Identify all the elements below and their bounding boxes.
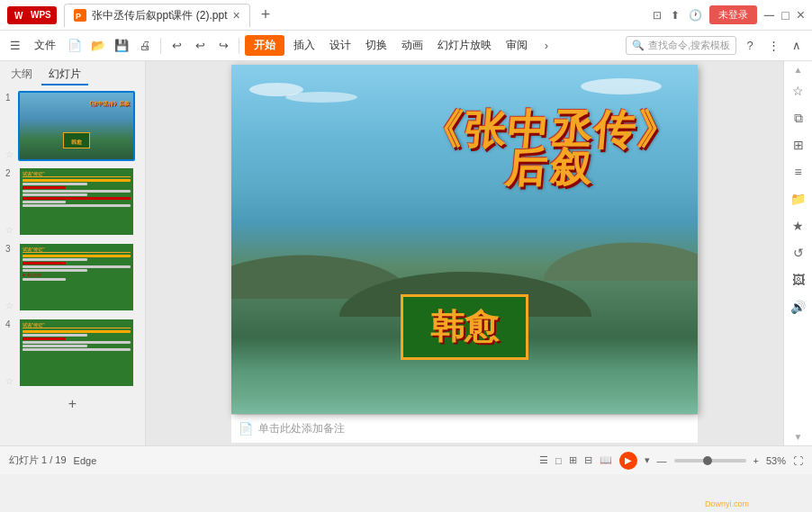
slide-img-2[interactable]: 试说"传记" (18, 166, 135, 237)
slideshow-menu[interactable]: 幻灯片放映 (432, 35, 497, 56)
status-bar: 幻灯片 1 / 19 Edge ☰ □ ⊞ ⊟ 📖 ▶ ▾ — + 53% ⛶ … (0, 445, 812, 474)
slide4-content: 试说"传记" (20, 319, 133, 355)
history-icon[interactable]: 🕐 (689, 9, 702, 22)
rs-image-icon[interactable]: 🖼 (788, 269, 809, 291)
save-icon[interactable]: 💾 (112, 36, 131, 56)
min-button[interactable]: ─ (764, 7, 774, 23)
outline-tab[interactable]: 大纲 (4, 65, 40, 85)
share-icon[interactable]: ⬆ (671, 9, 680, 22)
slide-num-2: 2 (5, 168, 11, 178)
right-sidebar: ▲ ☆ ⧉ ⊞ ≡ 📁 ★ ↺ 🖼 🔊 ▼ (783, 61, 812, 445)
collapse-icon[interactable]: ∧ (787, 36, 807, 56)
max-button[interactable]: □ (781, 8, 789, 22)
rs-align-icon[interactable]: ≡ (788, 161, 809, 183)
slide-thumb-4[interactable]: 4 ☆ 试说"传记" (18, 318, 141, 388)
slides-tab[interactable]: 幻灯片 (41, 65, 88, 85)
review-menu[interactable]: 审阅 (501, 35, 533, 56)
slide-num-3: 3 (5, 244, 11, 254)
close-button[interactable]: × (797, 7, 805, 23)
slide-info: 幻灯片 1 / 19 (9, 454, 67, 467)
line8 (23, 204, 131, 207)
view-grid-icon[interactable]: ⊞ (569, 454, 577, 466)
slide1-thumb-author-box: 韩愈 (63, 132, 90, 148)
view-split-icon[interactable]: ⊟ (584, 454, 592, 466)
slide-img-3[interactable]: 试说"传记" ▶ 重点内容 (18, 242, 135, 312)
line6 (23, 197, 131, 200)
begin-button[interactable]: 开始 (245, 35, 284, 56)
play-dropdown[interactable]: ▾ (645, 454, 650, 466)
view-reading-icon[interactable]: 📖 (600, 454, 612, 466)
rs-folder-icon[interactable]: 📁 (788, 188, 809, 210)
slide2-bg: 试说"传记" (20, 168, 133, 235)
transition-menu[interactable]: 切换 (360, 35, 392, 56)
view-normal-icon[interactable]: □ (555, 455, 562, 466)
help-icon[interactable]: ? (740, 36, 760, 56)
restore-icon[interactable]: ⊡ (653, 9, 662, 22)
toolbar: ☰ 文件 📄 📂 💾 🖨 ↩ ↩ ↪ 开始 插入 设计 切换 动画 幻灯片放映 … (0, 31, 812, 61)
fullscreen-icon[interactable]: ⛶ (793, 455, 803, 466)
view-outline-icon[interactable]: ☰ (539, 454, 548, 466)
menu-icon[interactable]: ☰ (5, 36, 25, 56)
slide-thumb-3[interactable]: 3 ☆ 试说"传记" ▶ 重点内容 (18, 242, 141, 312)
file-menu[interactable]: 文件 (29, 35, 61, 56)
add-tab-button[interactable]: + (252, 2, 280, 28)
scrollbar-down[interactable]: ▼ (794, 432, 803, 442)
rs-layout-icon[interactable]: ⊞ (788, 134, 809, 156)
close-tab-button[interactable]: × (232, 8, 239, 22)
more-icon[interactable]: ⋮ (763, 36, 783, 56)
rs-bookmark-icon[interactable]: ★ (788, 215, 809, 237)
wps-logo-icon: W (13, 8, 27, 22)
rs-refresh-icon[interactable]: ↺ (788, 242, 809, 264)
insert-menu[interactable]: 插入 (288, 35, 320, 56)
scrollbar-up[interactable]: ▲ (794, 65, 803, 75)
zoom-slider[interactable] (674, 459, 746, 463)
print-icon[interactable]: 🖨 (135, 36, 155, 56)
new-icon[interactable]: 📄 (65, 36, 85, 56)
slide2-content: 试说"传记" (20, 168, 133, 211)
panel-tabs: 大纲 幻灯片 (4, 65, 141, 85)
slide-star-4: ☆ (5, 376, 14, 386)
undo2-icon[interactable]: ↩ (190, 36, 210, 56)
rs-star-icon[interactable]: ☆ (788, 80, 809, 102)
redo-icon[interactable]: ↪ (213, 36, 233, 56)
line3 (23, 186, 66, 189)
design-menu[interactable]: 设计 (324, 35, 356, 56)
s4-line3 (23, 337, 66, 340)
slide-img-1[interactable]: 《张中丞传》后叙 韩愈 (18, 91, 135, 161)
s3-red-text: ▶ 重点内容 (23, 273, 131, 277)
search-bar[interactable]: 🔍 查找命令,搜索模板 (626, 36, 736, 55)
add-slide-button[interactable]: + (4, 393, 141, 415)
notes-placeholder[interactable]: 单击此处添加备注 (258, 421, 345, 436)
slide-thumb-2[interactable]: 2 ☆ 试说"传记" (18, 166, 141, 237)
slide-star-3: ☆ (5, 301, 14, 310)
slide4-bg: 试说"传记" (20, 319, 133, 386)
svg-text:P: P (76, 12, 81, 21)
slide-canvas[interactable]: 《张中丞传》 后叙 韩愈 (231, 65, 698, 414)
notes-bar[interactable]: 📄 单击此处添加备注 (231, 414, 698, 443)
play-button[interactable]: ▶ (619, 452, 637, 470)
file-tab[interactable]: P 张中丞传后叙ppt课件 (2).ppt × (64, 4, 250, 27)
author-box: 韩愈 (401, 294, 528, 360)
open-icon[interactable]: 📂 (88, 36, 108, 56)
wps-label: WPS (31, 10, 51, 20)
s3-line1 (23, 255, 131, 257)
slide2-header: 试说"传记" (23, 171, 131, 177)
file-tab-label: 张中丞传后叙ppt课件 (2).ppt (92, 8, 228, 23)
title-bar: W WPS P 张中丞传后叙ppt课件 (2).ppt × + ⊡ ⬆ 🕐 未登… (0, 0, 812, 31)
slide-thumb-1[interactable]: 1 ☆ 《张中丞传》后叙 韩愈 (18, 91, 141, 161)
s4-line6 (23, 348, 131, 351)
zoom-level: 53% (766, 455, 786, 466)
separator-1 (160, 38, 161, 54)
status-bar-right: ☰ □ ⊞ ⊟ 📖 ▶ ▾ — + 53% ⛶ (539, 452, 803, 470)
slide4-header: 试说"传记" (23, 322, 131, 328)
wps-logo[interactable]: W WPS (7, 6, 57, 24)
login-button[interactable]: 未登录 (709, 5, 757, 24)
zoom-in-icon[interactable]: + (753, 455, 759, 466)
slide-img-4[interactable]: 试说"传记" (18, 318, 135, 388)
rs-volume-icon[interactable]: 🔊 (788, 296, 809, 318)
expand-ribbon-icon[interactable]: › (537, 36, 556, 56)
zoom-out-icon[interactable]: — (657, 455, 667, 466)
undo-icon[interactable]: ↩ (167, 36, 186, 56)
rs-copy-icon[interactable]: ⧉ (788, 107, 809, 129)
animation-menu[interactable]: 动画 (396, 35, 429, 56)
